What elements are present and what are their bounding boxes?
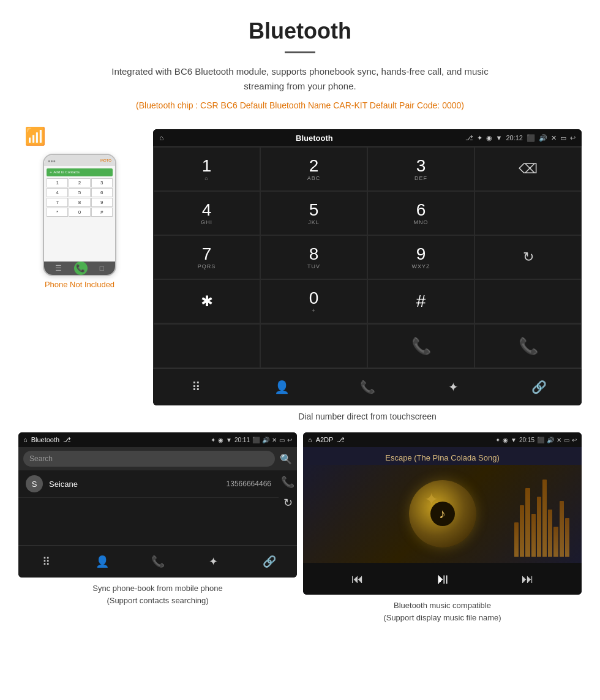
back-icon[interactable]: ↩ <box>570 134 576 142</box>
bluetooth-icon: ✦ <box>477 134 482 142</box>
dialpad-key-7[interactable]: 7 <box>47 198 68 207</box>
pb-search-icon[interactable]: 🔍 <box>280 453 292 465</box>
dialpad-key-8[interactable]: 8 <box>69 198 90 207</box>
ms-status-right: ✦ ◉ ▼ 20:15 ⬛ 🔊 ✕ ▭ ↩ <box>495 437 577 443</box>
dialpad-key-hash[interactable]: # <box>91 208 113 217</box>
ms-next-icon[interactable]: ⏭ <box>522 572 534 586</box>
dialpad-key-star[interactable]: * <box>47 208 68 217</box>
pb-wifi-icon: ▼ <box>226 437 232 443</box>
dialpad-key-1[interactable]: 1 <box>47 178 68 187</box>
ms-usb-icon: ⎇ <box>337 436 345 444</box>
dial-refresh[interactable]: ↻ <box>474 235 582 279</box>
dialpad-key-2[interactable]: 2 <box>69 178 90 187</box>
pb-status-right: ✦ ◉ ▼ 20:11 ⬛ 🔊 ✕ ▭ ↩ <box>211 437 292 443</box>
dial-key-star[interactable]: ✱ <box>153 279 260 323</box>
pb-home-icon[interactable]: ⌂ <box>23 436 28 443</box>
nav-link-icon[interactable]: 🔗 <box>496 369 582 405</box>
pb-time: 20:11 <box>234 437 250 443</box>
phone-green-bar: ＋ Add to Contacts <box>47 168 113 176</box>
dial-key-8[interactable]: 8 TUV <box>260 235 367 279</box>
dial-key-7[interactable]: 7 PQRS <box>153 235 260 279</box>
pb-contact-avatar: S <box>26 475 43 492</box>
dial-key-2[interactable]: 2 ABC <box>260 147 367 191</box>
ms-cam-icon[interactable]: ⬛ <box>537 437 544 443</box>
pb-side-phone-icon[interactable]: 📞 <box>281 475 294 489</box>
volume-icon[interactable]: 🔊 <box>539 134 547 142</box>
dial-key-1[interactable]: 1 ⌂ <box>153 147 260 191</box>
pb-loc-icon: ◉ <box>218 437 223 443</box>
ms-eq-bar-2 <box>520 505 524 557</box>
pb-nav-link[interactable]: 🔗 <box>241 546 297 578</box>
dial-key-hash[interactable]: # <box>367 279 474 323</box>
pb-nav-bt[interactable]: ✦ <box>186 546 241 578</box>
ms-vol-icon[interactable]: 🔊 <box>547 437 554 443</box>
ms-album-area: ♪ ✦ <box>303 465 582 563</box>
x-icon[interactable]: ✕ <box>551 134 557 142</box>
dialpad-key-6[interactable]: 6 <box>91 188 113 197</box>
dial-empty-row4 <box>474 279 582 323</box>
nav-bluetooth-bt-icon[interactable]: ✦ <box>410 369 496 405</box>
dialpad-key-4[interactable]: 4 <box>47 188 68 197</box>
ms-play-pause-icon[interactable]: ⏯ <box>435 570 450 587</box>
dial-key-9[interactable]: 9 WXYZ <box>367 235 474 279</box>
pb-x-icon[interactable]: ✕ <box>272 437 277 443</box>
ms-equalizer <box>514 471 569 557</box>
phone-mockup: ●●● MOTO ＋ Add to Contacts 1 2 3 4 5 6 7… <box>43 154 116 276</box>
dial-empty-call2 <box>260 324 367 368</box>
pb-status-left: ⌂ Bluetooth ⎇ <box>23 436 71 444</box>
pb-nav-dialpad[interactable]: ⠿ <box>18 546 74 578</box>
dial-backspace[interactable]: ⌫ <box>474 147 582 191</box>
nav-dialpad-icon[interactable]: ⠿ <box>153 369 239 405</box>
music-caption: Bluetooth music compatible (Support disp… <box>303 600 582 623</box>
bluetooth-wave-icon: 📶 <box>24 126 46 146</box>
dial-key-4[interactable]: 4 GHI <box>153 191 260 235</box>
pb-side-refresh-icon[interactable]: ↻ <box>283 496 293 510</box>
dial-screen: ⌂ Bluetooth ⎇ ✦ ◉ ▼ 20:12 ⬛ 🔊 ✕ ▭ ↩ <box>153 129 582 405</box>
dialpad-key-9[interactable]: 9 <box>91 198 113 207</box>
wifi-icon: ▼ <box>496 134 503 141</box>
ms-eq-bar-5 <box>537 497 541 557</box>
dial-key-5[interactable]: 5 JKL <box>260 191 367 235</box>
dial-empty-call1 <box>153 324 260 368</box>
pb-status-bar: ⌂ Bluetooth ⎇ ✦ ◉ ▼ 20:11 ⬛ 🔊 ✕ ▭ ↩ <box>18 432 297 447</box>
ms-back-icon[interactable]: ↩ <box>572 437 577 443</box>
dialpad-key-3[interactable]: 3 <box>91 178 113 187</box>
ms-home-icon[interactable]: ⌂ <box>308 436 312 443</box>
ms-screen-title: A2DP <box>316 436 334 443</box>
page-header: Bluetooth Integrated with BC6 Bluetooth … <box>0 0 600 123</box>
phone-dialpad: 1 2 3 4 5 6 7 8 9 * 0 # <box>47 178 113 217</box>
dial-call-red[interactable]: 📞 <box>474 324 582 368</box>
ms-win-icon[interactable]: ▭ <box>564 437 569 443</box>
window-icon[interactable]: ▭ <box>560 134 566 142</box>
phone-not-included-label: Phone Not Included <box>45 280 114 289</box>
pb-cam-icon[interactable]: ⬛ <box>252 437 260 443</box>
camera-icon[interactable]: ⬛ <box>527 134 535 142</box>
pb-nav-phone[interactable]: 📞 <box>130 546 186 578</box>
pb-main: S Seicane 13566664466 <box>18 470 279 514</box>
pb-search-input[interactable]: Search <box>23 451 275 467</box>
home-icon[interactable]: ⌂ <box>159 134 163 142</box>
nav-phone-icon[interactable]: 📞 <box>324 369 410 405</box>
dialpad-key-5[interactable]: 5 <box>69 188 90 197</box>
header-specs: (Bluetooth chip : CSR BC6 Default Blueto… <box>92 99 508 112</box>
ms-x-icon[interactable]: ✕ <box>557 437 561 443</box>
ms-song-title: Escape (The Pina Colada Song) <box>303 447 582 465</box>
ms-eq-bar-1 <box>514 522 519 557</box>
phonebook-screen: ⌂ Bluetooth ⎇ ✦ ◉ ▼ 20:11 ⬛ 🔊 ✕ ▭ ↩ <box>18 432 297 578</box>
pb-back-icon[interactable]: ↩ <box>287 437 292 443</box>
pb-nav-contacts[interactable]: 👤 <box>74 546 130 578</box>
bottom-panels: ⌂ Bluetooth ⎇ ✦ ◉ ▼ 20:11 ⬛ 🔊 ✕ ▭ ↩ <box>0 426 600 636</box>
location-icon: ◉ <box>486 134 492 142</box>
phone-bottom-bar: ☰ 📞 □ <box>44 262 115 275</box>
pb-vol-icon[interactable]: 🔊 <box>262 437 269 443</box>
dial-key-6[interactable]: 6 MNO <box>367 191 474 235</box>
nav-contacts-icon[interactable]: 👤 <box>239 369 324 405</box>
ms-prev-icon[interactable]: ⏮ <box>351 572 364 586</box>
pb-win-icon[interactable]: ▭ <box>279 437 285 443</box>
dial-key-3[interactable]: 3 DEF <box>367 147 474 191</box>
pb-bottom-nav: ⠿ 👤 📞 ✦ 🔗 <box>18 545 297 578</box>
dial-call-green[interactable]: 📞 <box>367 324 474 368</box>
pb-screen-title: Bluetooth <box>31 436 59 443</box>
dial-key-0[interactable]: 0 + <box>260 279 367 323</box>
dialpad-key-0[interactable]: 0 <box>69 208 90 217</box>
